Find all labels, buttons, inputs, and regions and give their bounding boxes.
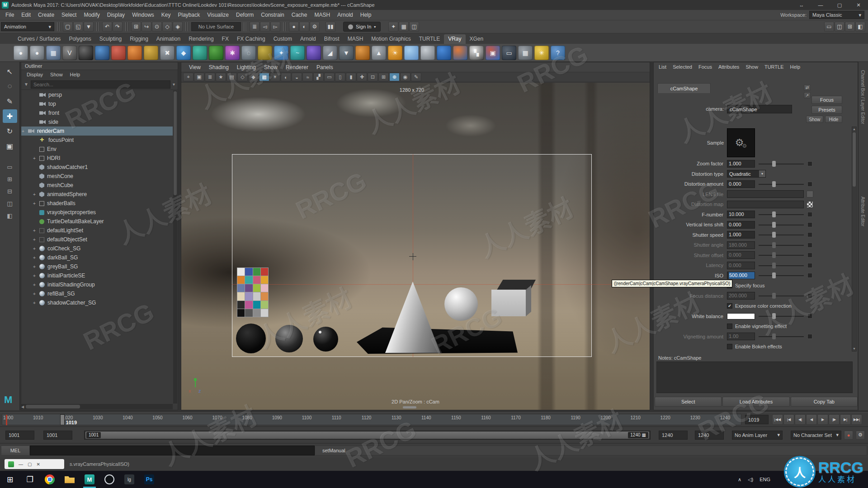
- paint-select-tool[interactable]: ✎: [3, 94, 17, 108]
- slider-handle[interactable]: [772, 222, 776, 228]
- outliner-item-shadowCatcher1[interactable]: shadowCatcher1: [21, 163, 173, 172]
- slider-shutter-offset[interactable]: [759, 251, 804, 259]
- shelf-icon-black-sphere[interactable]: [79, 46, 93, 60]
- shelf-tab-sculpting[interactable]: Sculpting: [95, 34, 126, 44]
- snap-point-icon[interactable]: ⊙: [152, 22, 162, 32]
- shelf-icon-orange-sphere[interactable]: [127, 46, 142, 60]
- menu-edit[interactable]: Edit: [18, 12, 34, 18]
- menu-set-dropdown[interactable]: Animation ▾: [1, 22, 54, 31]
- outliner-menu-show[interactable]: Show: [47, 72, 66, 77]
- slider-zoom-factor[interactable]: [759, 160, 804, 168]
- play-forwards-button[interactable]: ▶: [817, 414, 828, 425]
- shelf-tab-xgen[interactable]: XGen: [466, 34, 488, 44]
- step-back-key-button[interactable]: |◀: [783, 414, 794, 425]
- outliner-item-focusPoint[interactable]: focusPoint: [21, 136, 173, 145]
- slider-shutter-speed[interactable]: [759, 231, 804, 239]
- menu-arnold[interactable]: Arnold: [334, 12, 357, 18]
- shelf-tab-animation[interactable]: Animation: [152, 34, 184, 44]
- shelf-icon-vray-logo[interactable]: V: [62, 46, 77, 60]
- rotate-tool[interactable]: ↻: [3, 124, 17, 138]
- ae-menu-turtle[interactable]: TURTLE: [761, 64, 787, 70]
- shelf-icon-water-drop[interactable]: ◆: [176, 46, 191, 60]
- toolbar-grip[interactable]: [244, 22, 247, 31]
- ae-menu-attributes[interactable]: Attributes: [715, 64, 742, 70]
- slider-handle[interactable]: [772, 242, 776, 248]
- shelf-tab-motion-graphics[interactable]: Motion Graphics: [367, 34, 415, 44]
- shelf-icon-terrain[interactable]: ◢: [323, 46, 337, 60]
- keyframe-box[interactable]: [807, 263, 812, 268]
- shelf-icon-sun-light[interactable]: ☀: [388, 46, 402, 60]
- layout-two-pane-stacked[interactable]: ⊟: [3, 186, 17, 197]
- use-all-lights-icon[interactable]: ☀: [270, 73, 280, 81]
- outliner-item-side[interactable]: side: [21, 117, 173, 127]
- slider-distortion-amount[interactable]: [759, 180, 804, 188]
- outliner-item-meshCone[interactable]: meshCone: [21, 172, 173, 181]
- menu-select[interactable]: Select: [58, 12, 80, 18]
- close-button[interactable]: ✕: [849, 0, 868, 10]
- anim-layer-dropdown[interactable]: No Anim Layer▾: [732, 431, 783, 440]
- chrome-icon[interactable]: [40, 471, 60, 488]
- menu-visualize[interactable]: Visualize: [203, 12, 232, 18]
- shelf-icon-dome-orange[interactable]: [355, 46, 370, 60]
- menu-file[interactable]: File: [2, 12, 18, 18]
- panel-outliner-icon[interactable]: ◧: [855, 22, 865, 32]
- menu-playback[interactable]: Playback: [175, 12, 204, 18]
- shelf-icon-scatter[interactable]: ✱: [225, 46, 240, 60]
- load-attributes-button[interactable]: Load Attributes: [722, 397, 789, 407]
- keyframe-box[interactable]: [807, 273, 812, 278]
- outliner-item-animatedSphere[interactable]: +animatedSphere: [21, 190, 173, 199]
- keyframe-box[interactable]: [807, 212, 812, 217]
- checkbox-enable-bokeh-effects[interactable]: [727, 344, 732, 349]
- shelf-icon-delete-node[interactable]: ✖: [160, 46, 175, 60]
- scene-matte-ball[interactable]: [236, 324, 266, 353]
- scroll-up-icon[interactable]: ▲: [852, 127, 856, 131]
- shelf-icon-fur-grass[interactable]: [209, 46, 223, 60]
- attribute-editor-scrollbar[interactable]: ▲ ▼: [852, 127, 857, 352]
- ae-menu-selected[interactable]: Selected: [670, 64, 695, 70]
- input-connections-icon[interactable]: ◅: [260, 22, 270, 32]
- ae-menu-help[interactable]: Help: [787, 64, 804, 70]
- expander-icon[interactable]: +: [33, 237, 39, 242]
- pan-zoom-2d-icon[interactable]: ⊕: [389, 73, 400, 81]
- sidebar-tab-attribute-editor[interactable]: Attribute Editor: [860, 197, 865, 226]
- field-iso[interactable]: 500.000: [727, 272, 755, 279]
- panel-two-icon[interactable]: ◫: [835, 22, 844, 32]
- slider-handle[interactable]: [772, 181, 776, 187]
- go-to-start-button[interactable]: |◀◀: [772, 414, 783, 425]
- browse-button[interactable]: [807, 191, 813, 197]
- toolbar-grip[interactable]: [185, 22, 189, 31]
- volume-icon[interactable]: ◁): [748, 477, 753, 483]
- scene-cube[interactable]: [491, 290, 526, 316]
- keyframe-box[interactable]: [807, 293, 812, 298]
- keyframe-box[interactable]: [807, 161, 812, 166]
- shelf-icon-vray-sphere-2[interactable]: ●: [30, 46, 44, 60]
- slider-handle[interactable]: [772, 333, 776, 339]
- shelf-icon-monitor[interactable]: ▭: [502, 46, 516, 60]
- outliner-item-TurtleDefaultBakeLayer[interactable]: TurtleDefaultBakeLayer: [21, 217, 173, 226]
- shelf-tab-bifrost[interactable]: Bifrost: [320, 34, 344, 44]
- shelf-icon-wire-sphere[interactable]: ◌: [241, 46, 256, 60]
- ae-menu-show[interactable]: Show: [742, 64, 761, 70]
- material-sample-swatch[interactable]: ⚙⚙: [727, 128, 755, 157]
- move-tool[interactable]: ✚: [3, 109, 17, 123]
- expander-icon[interactable]: +: [33, 228, 39, 233]
- field-distortion-amount[interactable]: 0.000: [727, 180, 755, 188]
- search-input[interactable]: [31, 80, 170, 89]
- obs-icon[interactable]: [99, 471, 119, 488]
- tray-expand-icon[interactable]: ∧: [738, 477, 741, 483]
- toolbar-grip[interactable]: [125, 22, 128, 31]
- shelf-icon-two-tone-ball[interactable]: [453, 46, 467, 60]
- menu-modify[interactable]: Modify: [80, 12, 103, 18]
- outliner-item-vrayobjectproperties[interactable]: vrayobjectproperties: [21, 208, 173, 217]
- outliner-item-defaultObjectSet[interactable]: +defaultObjectSet: [21, 235, 173, 244]
- outliner-item-initialShadingGroup[interactable]: +initialShadingGroup: [21, 280, 173, 289]
- film-gate-icon[interactable]: ▯: [335, 73, 345, 81]
- gate-mask-icon[interactable]: ▮: [346, 73, 356, 81]
- shelf-tab-curves-surfaces[interactable]: Curves / Surfaces: [14, 34, 65, 44]
- symmetry-icon[interactable]: ◫: [409, 22, 419, 32]
- slider-handle[interactable]: [772, 232, 776, 238]
- outliner-horizontal-scrollbar[interactable]: ◀: [21, 404, 173, 409]
- shelf-icon-chrome-sphere[interactable]: [420, 46, 435, 60]
- redo-icon[interactable]: ↷: [113, 22, 123, 32]
- shelf-tab-turtle[interactable]: TURTLE: [415, 34, 444, 44]
